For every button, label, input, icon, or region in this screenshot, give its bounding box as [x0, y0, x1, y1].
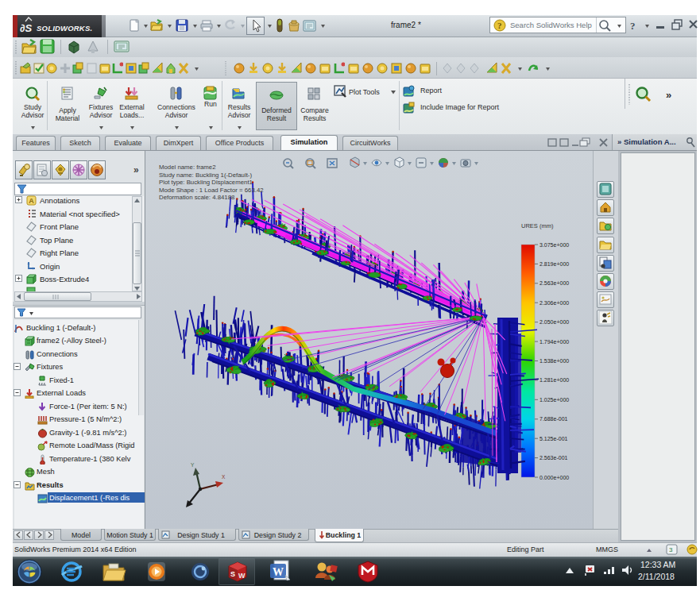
- svg-text:2.819e+000: 2.819e+000: [540, 261, 569, 267]
- svg-text:1.281e+000: 1.281e+000: [540, 377, 569, 383]
- svg-text:URES (mm): URES (mm): [521, 222, 554, 229]
- svg-text:∂S: ∂S: [20, 22, 32, 34]
- svg-text:1.025e+000: 1.025e+000: [540, 397, 569, 403]
- svg-text:2.563e+000: 2.563e+000: [540, 280, 569, 286]
- svg-text:2.050e+000: 2.050e+000: [540, 319, 569, 325]
- svg-text:X: X: [222, 474, 226, 480]
- svg-text:7.688e-001: 7.688e-001: [540, 416, 568, 422]
- svg-text:W: W: [273, 566, 284, 578]
- svg-text:Study name: Buckling 1(-Defaul: Study name: Buckling 1(-Default-): [159, 172, 252, 179]
- svg-text:?: ?: [497, 21, 502, 30]
- svg-text:Model name: frame2: Model name: frame2: [159, 164, 216, 171]
- svg-text:0.000e+000: 0.000e+000: [540, 475, 569, 480]
- svg-text:3: 3: [669, 546, 673, 553]
- svg-text:A: A: [29, 197, 34, 205]
- svg-text:1.794e+000: 1.794e+000: [540, 339, 569, 345]
- svg-text:SOLIDWORKS.: SOLIDWORKS.: [37, 24, 92, 33]
- svg-text:?: ?: [630, 20, 636, 32]
- svg-text:3.075e+000: 3.075e+000: [540, 242, 569, 248]
- svg-text:Deformation scale: 4.84188: Deformation scale: 4.84188: [159, 194, 234, 201]
- svg-text:2.563e-001: 2.563e-001: [540, 455, 568, 461]
- svg-text:S: S: [230, 570, 235, 578]
- svg-text:Mode Shape : 1 Load Factor = 6: Mode Shape : 1 Load Factor = 663.42: [159, 187, 264, 194]
- svg-text:W: W: [238, 572, 246, 580]
- svg-text:1.538e+000: 1.538e+000: [540, 358, 569, 364]
- svg-text:2.306e+000: 2.306e+000: [540, 300, 569, 306]
- svg-text:Plot type: Buckling Displaceme: Plot type: Buckling Displacement1: [159, 179, 253, 186]
- svg-text:Y: Y: [191, 462, 195, 468]
- svg-text:5.125e-001: 5.125e-001: [540, 436, 568, 441]
